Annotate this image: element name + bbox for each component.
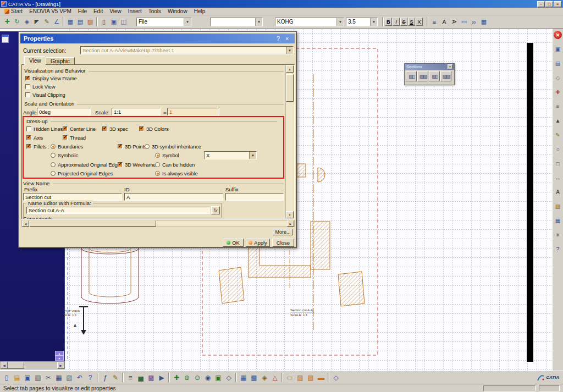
sheet-table-icon[interactable]: ▦ <box>65 17 75 26</box>
orbit-icon[interactable]: ↻ <box>12 17 22 26</box>
text-style-combo[interactable]: ▼ <box>210 18 263 26</box>
formula-editor-button[interactable]: fx <box>211 206 220 214</box>
frame-icon[interactable]: ▭ <box>285 373 295 383</box>
hatch-icon[interactable]: ▨ <box>553 202 562 211</box>
radio-projected-edges[interactable]: Projected Original Edges <box>51 170 113 176</box>
id-field[interactable] <box>124 193 223 201</box>
help-icon[interactable]: ? <box>274 35 283 42</box>
text-orient-b-icon[interactable]: A <box>450 17 459 27</box>
menu-window[interactable]: Window <box>164 8 191 15</box>
close-button[interactable]: × <box>554 1 561 7</box>
chevron-down-icon[interactable]: ▼ <box>370 18 377 26</box>
copy-icon[interactable]: ▦ <box>54 373 64 383</box>
zoom-in-icon[interactable]: ⊕ <box>182 373 192 383</box>
font-size-combo[interactable]: 3.5 ▼ <box>346 18 378 26</box>
section-view-button[interactable]: ▨▨ <box>417 71 428 81</box>
select-icon[interactable]: ▲ <box>553 116 562 125</box>
checkbox-center-line[interactable]: Center Line <box>63 126 96 132</box>
sections-palette[interactable]: Sections × ▨▯ ▨▨ ▧▯ ▧▧ <box>404 63 455 85</box>
checkbox-display-view-frame[interactable]: Display View Frame <box>25 75 77 81</box>
circle-icon[interactable]: ○ <box>553 145 562 153</box>
sections-palette-titlebar[interactable]: Sections × <box>405 64 454 70</box>
pointer-icon[interactable]: ◤ <box>32 17 42 26</box>
menu-enovia[interactable]: ENOVIA V5 VPM <box>26 8 75 15</box>
dimension-icon[interactable]: ↔ <box>553 173 562 182</box>
bar-icon[interactable]: ▬ <box>316 373 326 383</box>
scroll-left-icon[interactable]: ◀ <box>22 220 29 227</box>
section-cut-button[interactable]: ▨▯ <box>406 71 417 81</box>
graphic-style-combo[interactable]: File ▼ <box>136 18 191 26</box>
menu-file[interactable]: File <box>75 8 90 15</box>
view-icon[interactable]: ▣ <box>553 45 562 53</box>
grid-icon[interactable]: ▦ <box>239 373 249 383</box>
tree-scroll-down-icon[interactable]: ▼ <box>55 356 64 361</box>
comment-icon[interactable]: ✎ <box>111 373 120 383</box>
text-icon[interactable]: A <box>553 187 562 196</box>
tree-horizontal-scrollbar[interactable]: ◀ ▶ <box>0 361 65 369</box>
checkbox-3d-spec[interactable]: 3D spec <box>102 126 128 132</box>
list-icon[interactable]: ≡ <box>125 373 135 383</box>
front-view[interactable] <box>81 243 139 303</box>
font-combo[interactable]: KOHG ▼ <box>275 18 344 26</box>
measure-icon[interactable]: ∠ <box>52 17 62 26</box>
menu-edit[interactable]: Edit <box>90 8 106 15</box>
radio-symbolic[interactable]: Symbolic <box>51 152 78 158</box>
radio-boundaries[interactable]: Boundaries <box>51 143 83 150</box>
insert-table-icon[interactable]: ▦ <box>479 17 489 26</box>
hatch-icon[interactable]: ▧ <box>306 373 316 383</box>
ok-button[interactable]: OK <box>223 239 244 247</box>
views-icon[interactable]: ▣ <box>109 17 119 26</box>
checkbox-visual-clipping[interactable]: Visual Clipping <box>25 92 65 98</box>
exit-workbench-icon[interactable]: ✕ <box>554 31 562 39</box>
context-help-icon[interactable]: ? <box>85 373 95 383</box>
paste-icon[interactable]: ▧ <box>64 373 74 383</box>
align-icon[interactable]: ≡ <box>429 17 439 26</box>
offset-section-button[interactable]: ▧▧ <box>440 71 451 81</box>
scroll-left-icon[interactable]: ◀ <box>1 362 8 369</box>
black-bar[interactable] <box>527 43 533 362</box>
layout-icon[interactable]: ▤ <box>75 17 85 26</box>
radio-is-always-visible[interactable]: Is always visible <box>155 170 198 176</box>
checkbox-3d-colors[interactable]: 3D Colors <box>139 126 168 132</box>
arrange-icon[interactable]: ◫ <box>119 17 129 26</box>
tab-graphic[interactable]: Graphic <box>46 57 75 64</box>
scroll-thumb[interactable] <box>8 362 24 369</box>
section-caption[interactable]: Section cut A-A SCALE: 1:1 <box>290 308 314 317</box>
sketch-icon[interactable]: ✎ <box>553 130 562 139</box>
dialog-vertical-scrollbar[interactable]: ▲ ▼ <box>285 65 294 218</box>
ruler-icon[interactable]: ≡ <box>553 102 562 111</box>
compass-icon[interactable]: ◈ <box>260 373 269 383</box>
minimize-button[interactable]: − <box>537 1 545 7</box>
scroll-right-icon[interactable]: ▶ <box>57 362 64 369</box>
pan-icon[interactable]: ✚ <box>2 17 12 26</box>
angle-field[interactable] <box>37 108 91 115</box>
analysis-icon[interactable]: △ <box>270 373 280 383</box>
checkbox-fillets[interactable]: Fillets : <box>26 143 49 150</box>
scroll-thumb[interactable] <box>286 74 294 102</box>
undo-icon[interactable]: ↶ <box>75 373 85 383</box>
menu-start[interactable]: Start <box>1 8 26 15</box>
magnifier-icon[interactable]: ◉ <box>203 373 213 383</box>
chevron-down-icon[interactable]: ▼ <box>249 152 256 159</box>
pan-icon[interactable]: ✚ <box>172 373 181 383</box>
close-icon[interactable]: × <box>448 64 452 69</box>
checkbox-3d-wireframe[interactable]: 3D Wireframe <box>118 162 156 168</box>
underline-button[interactable]: S <box>408 18 415 26</box>
frame-icon[interactable]: ▭ <box>459 17 469 26</box>
radio-3d-symbol-inheritance[interactable]: 3D symbol inheritance <box>145 143 201 150</box>
radio-can-be-hidden[interactable]: Can be hidden <box>155 162 195 168</box>
image-icon[interactable]: ▩ <box>146 373 156 383</box>
current-selection-combo[interactable]: Section cut A-A/ViewMakeUp.7/Sheet.1 ▼ <box>80 46 294 54</box>
pattern-icon[interactable]: ▨ <box>295 373 305 383</box>
italic-button[interactable]: I <box>393 18 400 26</box>
wireframe-icon[interactable]: ◇ <box>553 73 562 82</box>
chevron-down-icon[interactable]: ▼ <box>184 18 191 26</box>
menu-insert[interactable]: Insert <box>125 8 145 15</box>
paint-icon[interactable]: ▨ <box>85 17 95 26</box>
diamond-icon[interactable]: ◇ <box>331 373 341 383</box>
open-icon[interactable]: ▤ <box>12 373 22 383</box>
scale-result-field[interactable] <box>167 108 219 115</box>
strikethrough-button[interactable]: S <box>400 18 407 26</box>
radio-symbol[interactable]: Symbol <box>155 152 179 158</box>
front-caption[interactable]: FRONT VIEW SCALE: 1:1 <box>65 310 80 317</box>
